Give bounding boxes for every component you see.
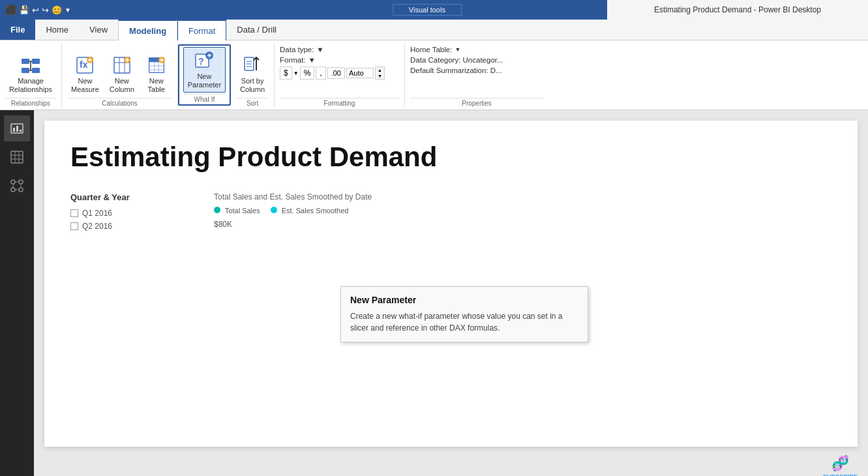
- svg-point-48: [19, 180, 23, 184]
- default-summarization-row: Default Summarization: D...: [410, 67, 543, 74]
- legend-est-sales: Est. Sales Smoothed: [271, 207, 349, 215]
- q2-label: Q2 2016: [82, 222, 112, 231]
- what-if-group-label: What If: [183, 94, 226, 103]
- svg-point-50: [19, 188, 23, 192]
- group-calculations: fx New Measure: [62, 43, 178, 107]
- svg-rect-41: [20, 130, 22, 132]
- subscribe-watermark: 🧬 SUBSCRIBE: [823, 455, 858, 476]
- chart-title: Total Sales and Est. Sales Smoothed by D…: [214, 192, 831, 201]
- properties-group-label: Properties: [410, 98, 543, 107]
- formatting-group-label: Formatting: [280, 98, 399, 107]
- what-if-buttons: ? New Parameter: [183, 47, 226, 94]
- est-sales-dot: [271, 207, 277, 213]
- calculations-group-label: Calculations: [67, 98, 172, 107]
- emoji-icon[interactable]: 😊: [52, 5, 62, 15]
- manage-relationships-icon: [20, 55, 41, 76]
- tab-data-drill[interactable]: Data / Drill: [226, 19, 287, 40]
- auto-spinner[interactable]: ▲ ▼: [375, 67, 385, 80]
- undo-icon[interactable]: ↩: [32, 5, 39, 15]
- home-table-dropdown[interactable]: ▼: [455, 46, 460, 53]
- sidebar-item-data[interactable]: [4, 144, 30, 170]
- format-row: Format: ▼: [280, 56, 399, 64]
- group-properties: Home Table: ▼ Data Category: Uncategor..…: [405, 43, 548, 107]
- chart-y-label: $80K: [214, 220, 831, 229]
- subscribe-label: SUBSCRIBE: [823, 473, 858, 476]
- save-icon[interactable]: 💾: [19, 5, 29, 15]
- visual-tools-label: Visual tools: [393, 4, 462, 16]
- checkbox-q1[interactable]: [70, 209, 78, 217]
- total-sales-dot: [214, 207, 220, 213]
- new-measure-button[interactable]: fx New Measure: [67, 52, 103, 97]
- group-sort: Sort by Column Sort: [231, 43, 275, 107]
- svg-point-49: [11, 188, 15, 192]
- svg-rect-39: [13, 128, 15, 132]
- sidebar: [0, 110, 34, 476]
- number-format-row: $ ▼ % , .00 ▲ ▼: [280, 67, 399, 80]
- left-panel: Quarter & Year Q1 2016 Q2 2016: [70, 192, 188, 235]
- svg-rect-0: [22, 59, 29, 64]
- new-column-icon: [112, 55, 132, 76]
- q1-label: Q1 2016: [82, 209, 112, 218]
- currency-button[interactable]: $: [280, 67, 292, 80]
- manage-relationships-button[interactable]: Manage Relationships: [5, 52, 56, 97]
- new-table-icon: [146, 55, 167, 76]
- window-title: Estimating Product Demand - Power BI Des…: [607, 0, 868, 20]
- tab-modeling[interactable]: Modeling: [118, 20, 177, 40]
- group-relationships: Manage Relationships Relationships: [0, 43, 62, 107]
- percent-button[interactable]: %: [300, 67, 315, 80]
- checkbox-q2[interactable]: [70, 222, 78, 230]
- tab-file[interactable]: File: [0, 19, 35, 40]
- svg-rect-1: [32, 59, 40, 64]
- relationships-group-label: Relationships: [5, 98, 56, 107]
- data-type-label: Data type:: [280, 46, 314, 53]
- sort-by-column-icon: [242, 55, 263, 76]
- app-icon: ⬛: [5, 5, 16, 15]
- tab-view[interactable]: View: [79, 19, 118, 40]
- auto-input[interactable]: [346, 68, 374, 78]
- chart-legend: Total Sales Est. Sales Smoothed: [214, 207, 831, 215]
- svg-rect-20: [149, 62, 164, 72]
- sort-by-column-button[interactable]: Sort by Column: [236, 52, 269, 97]
- new-column-label: New Column: [110, 77, 134, 94]
- svg-text:?: ?: [198, 56, 204, 67]
- new-measure-label: New Measure: [71, 77, 99, 94]
- tab-home[interactable]: Home: [35, 19, 79, 40]
- new-column-button[interactable]: New Column: [106, 52, 138, 97]
- redo-icon[interactable]: ↪: [42, 5, 49, 15]
- new-measure-icon: fx: [74, 55, 95, 76]
- new-table-button[interactable]: New Table: [141, 52, 172, 97]
- comma-button[interactable]: ,: [316, 67, 325, 80]
- new-parameter-button[interactable]: ? New Parameter: [183, 47, 226, 93]
- canvas: Estimating Product Demand Quarter & Year…: [44, 121, 858, 447]
- tooltip-title: New Parameter: [350, 295, 578, 305]
- top-bar: ⬛ 💾 ↩ ↪ 😊 ▼ Visual tools Estimating Prod…: [0, 0, 868, 20]
- formatting-controls: Data type: ▼ Format: ▼ $ ▼ % , .00 ▲ ▼: [280, 43, 399, 98]
- canvas-body: Quarter & Year Q1 2016 Q2 2016 Total Sal…: [70, 192, 831, 235]
- data-type-dropdown[interactable]: ▼: [316, 46, 323, 53]
- list-item: Q2 2016: [70, 222, 188, 231]
- svg-rect-3: [32, 68, 40, 73]
- group-what-if: ? New Parameter What If: [178, 44, 231, 106]
- format-dropdown[interactable]: ▼: [308, 56, 316, 64]
- currency-dropdown[interactable]: ▼: [293, 70, 299, 76]
- new-table-label: New Table: [148, 77, 165, 94]
- dna-icon: 🧬: [831, 455, 849, 472]
- svg-point-47: [11, 180, 15, 184]
- manage-relationships-label: Manage Relationships: [9, 77, 52, 94]
- sort-buttons: Sort by Column: [236, 43, 269, 98]
- decimal-button[interactable]: .00: [327, 67, 345, 79]
- tab-format[interactable]: Format: [177, 20, 226, 40]
- home-table-label: Home Table:: [410, 46, 452, 53]
- data-category-label: Data Category: Uncategor...: [410, 56, 503, 64]
- home-table-row: Home Table: ▼: [410, 46, 543, 53]
- svg-rect-40: [16, 126, 18, 132]
- calculations-buttons: fx New Measure: [67, 43, 172, 98]
- sidebar-item-report[interactable]: [4, 115, 30, 141]
- panel-title: Quarter & Year: [70, 192, 188, 202]
- sort-by-column-label: Sort by Column: [240, 77, 265, 94]
- svg-text:fx: fx: [80, 59, 88, 70]
- properties-content: Home Table: ▼ Data Category: Uncategor..…: [410, 43, 543, 98]
- sidebar-item-model[interactable]: [4, 173, 30, 199]
- dropdown-qa[interactable]: ▼: [65, 7, 71, 14]
- data-category-row: Data Category: Uncategor...: [410, 56, 543, 64]
